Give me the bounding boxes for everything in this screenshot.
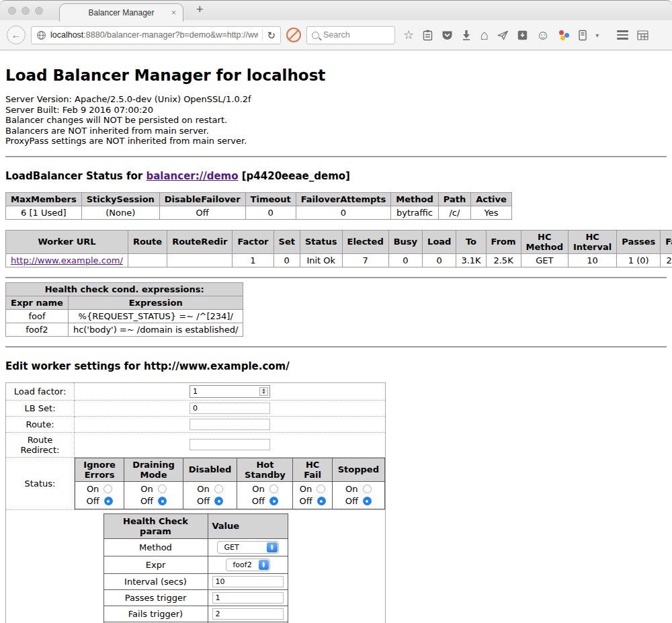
back-button[interactable]: ← <box>7 26 26 44</box>
overflow-caret-icon[interactable]: ▾ <box>595 32 599 39</box>
off-label: Off <box>345 495 358 507</box>
expr-select-value: foof2 <box>233 560 252 569</box>
col-routeredir: RouteRedir <box>167 230 233 253</box>
lb-set-input[interactable] <box>190 403 270 414</box>
hc-expr-title: Health check cond. expressions: <box>6 282 243 296</box>
bookmark-star-icon[interactable]: ☆ <box>403 29 414 41</box>
draining-mode-off-radio[interactable] <box>158 497 167 505</box>
val-routeredir <box>167 253 233 267</box>
col-failoverattempts: FailoverAttempts <box>296 192 391 206</box>
method-select[interactable]: GET▲▼ <box>217 541 279 554</box>
adblock-disabled-icon[interactable] <box>286 28 301 42</box>
col-hc-fail: HC Fail <box>293 458 332 481</box>
hc-fail-cell: On Off <box>293 481 332 509</box>
hot-standby-on-radio[interactable] <box>269 485 278 493</box>
interval-input[interactable] <box>212 576 284 587</box>
worker-url-link[interactable]: http://www.example.com/ <box>11 255 123 265</box>
divider <box>5 346 667 347</box>
on-label: On <box>87 483 99 495</box>
val-fails: 2 (0) <box>661 253 672 267</box>
table-title-row: Health check cond. expressions: <box>6 282 243 296</box>
new-tab-button[interactable]: + <box>196 3 204 17</box>
route-input[interactable] <box>190 419 270 430</box>
select-arrows-icon: ▲▼ <box>259 560 269 570</box>
method-label: Method <box>103 538 208 556</box>
lb-set-label: LB Set: <box>6 400 75 416</box>
val-timeout: 0 <box>245 206 296 219</box>
send-tab-icon[interactable] <box>497 30 509 40</box>
val-from: 2.5K <box>486 253 521 267</box>
page-content: Load Balancer Manager for localhost Serv… <box>0 67 672 623</box>
worker-url-cell: http://www.example.com/ <box>6 253 128 267</box>
form-row: Status: Ignore Errors Draining Mode Disa… <box>6 457 386 509</box>
notes-icon[interactable] <box>579 30 587 41</box>
table-row: Method GET▲▼ <box>103 538 288 556</box>
ignore-errors-off-radio[interactable] <box>104 497 113 505</box>
hc-fail-on-radio[interactable] <box>317 485 325 493</box>
download-arrow-icon[interactable] <box>462 30 471 40</box>
browser-window: Balancer Manager × + ← localhost:8880/ba… <box>0 0 672 50</box>
col-load: Load <box>423 230 456 253</box>
balancer-status-table: MaxMembers StickySession DisableFailover… <box>5 192 512 220</box>
table-row: http://www.example.com/ 1 0 Init Ok 7 0 … <box>6 253 672 267</box>
val-to: 3.1K <box>456 253 486 267</box>
off-label: Off <box>300 495 312 507</box>
window-zoom-button[interactable] <box>35 7 43 15</box>
on-label: On <box>345 483 358 495</box>
worker-status-table: Worker URL Route RouteRedir Factor Set S… <box>5 230 672 267</box>
window-close-button[interactable] <box>8 7 16 15</box>
balancer-status-heading: LoadBalancer Status for balancer://demo … <box>5 170 667 182</box>
table-header-row: Health Check param Value <box>103 513 288 538</box>
disabled-on-radio[interactable] <box>214 485 223 493</box>
number-spinner-icon[interactable]: ▲▼ <box>259 387 268 396</box>
tab-close-icon[interactable]: × <box>171 8 176 17</box>
extension-colordots-icon[interactable] <box>558 30 570 41</box>
method-select-value: GET <box>224 543 239 552</box>
balancer-demo-link[interactable]: balancer://demo <box>146 170 238 182</box>
val-busy: 0 <box>388 253 422 267</box>
passes-trigger-input[interactable] <box>212 592 284 604</box>
hc-fail-off-radio[interactable] <box>317 497 326 505</box>
stopped-on-radio[interactable] <box>363 485 372 493</box>
table-row: On Off On Off On Off On <box>75 481 385 509</box>
pocket-icon[interactable] <box>442 30 453 40</box>
window-minimize-button[interactable] <box>22 7 30 15</box>
fails-trigger-input[interactable] <box>212 608 284 620</box>
col-expression: Expression <box>68 296 243 309</box>
reload-icon[interactable]: ↻ <box>267 30 276 40</box>
tile-grid-icon[interactable] <box>637 30 648 40</box>
load-factor-input[interactable] <box>190 385 270 398</box>
form-row: LB Set: <box>6 400 386 416</box>
table-row: 6 [1 Used] (None) Off 0 0 bytraffic /c/ … <box>6 206 512 219</box>
val-elected: 7 <box>342 253 388 267</box>
menu-hamburger-icon[interactable] <box>617 30 628 40</box>
hc-expressions-table: Health check cond. expressions: Expr nam… <box>5 282 243 337</box>
val-status: Init Ok <box>300 253 342 267</box>
table-row: Interval (secs) <box>103 573 288 589</box>
col-expr-name: Expr name <box>6 296 69 309</box>
stopped-off-radio[interactable] <box>363 497 372 505</box>
status-toggle-table: Ignore Errors Draining Mode Disabled Hot… <box>75 458 385 509</box>
search-icon <box>312 32 319 39</box>
disabled-off-radio[interactable] <box>214 497 223 505</box>
col-elected: Elected <box>342 230 388 253</box>
hot-standby-off-radio[interactable] <box>269 497 278 505</box>
search-bar[interactable]: Search <box>306 26 395 44</box>
browser-tab[interactable]: Balancer Manager × <box>59 3 183 22</box>
expr-select[interactable]: foof2▲▼ <box>226 558 270 571</box>
save-panel-icon[interactable] <box>517 30 528 40</box>
feedback-smiley-icon[interactable]: ☺ <box>536 29 550 41</box>
url-text[interactable]: localhost:8880/balancer-manager?b=demo&w… <box>50 30 258 40</box>
ignore-errors-on-radio[interactable] <box>103 485 112 493</box>
status-label: Status: <box>6 457 75 509</box>
fails-trigger-label: Fails trigger) <box>103 606 208 622</box>
server-built-line: Server Built: Feb 9 2016 07:00:20 <box>5 105 667 116</box>
home-icon[interactable]: ⌂ <box>480 29 489 41</box>
clipboard-icon[interactable] <box>423 30 433 41</box>
route-label: Route: <box>6 416 75 432</box>
hot-standby-cell: On Off <box>237 481 293 509</box>
col-disabled: Disabled <box>183 458 237 481</box>
draining-mode-on-radio[interactable] <box>158 485 167 493</box>
url-bar[interactable]: localhost:8880/balancer-manager?b=demo&w… <box>31 26 281 44</box>
route-redirect-input[interactable] <box>190 439 270 450</box>
